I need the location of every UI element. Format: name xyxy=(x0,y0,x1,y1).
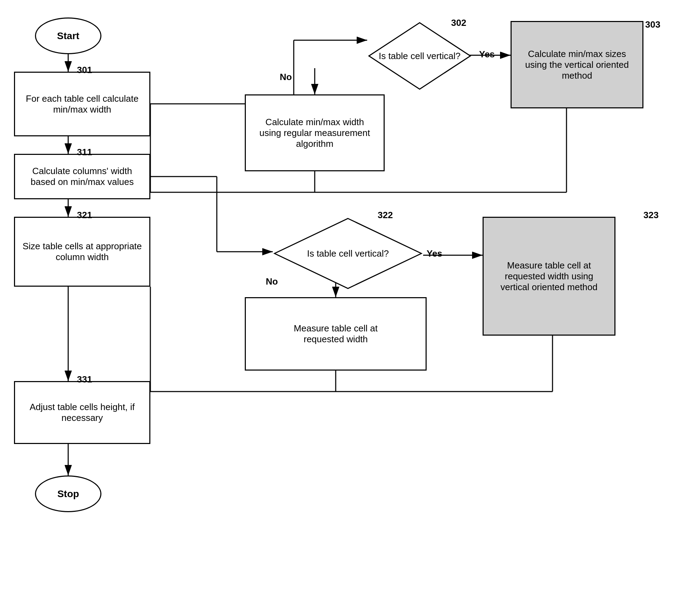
num323: 323 xyxy=(643,210,658,221)
box-regular: Calculate min/max width using regular me… xyxy=(245,94,385,171)
box301-label: For each table cell calculate min/max wi… xyxy=(26,93,138,115)
no-label-302: No xyxy=(280,72,292,83)
box-regular-label: Calculate min/max width using regular me… xyxy=(259,117,370,149)
box303: Calculate min/max sizes using the vertic… xyxy=(511,21,643,108)
num321: 321 xyxy=(77,210,92,221)
start-label: Start xyxy=(57,30,79,42)
box321-label: Size table cells at appropriate column w… xyxy=(22,241,142,263)
diamond302: Is table cell vertical? xyxy=(367,21,472,91)
stop-label: Stop xyxy=(57,488,79,500)
num331: 331 xyxy=(77,374,92,385)
box-measure-label: Measure table cell at requested width xyxy=(294,323,378,345)
flowchart: Start For each table cell calculate min/… xyxy=(0,0,677,616)
start-oval: Start xyxy=(35,17,101,54)
box303-label: Calculate min/max sizes using the vertic… xyxy=(525,49,629,81)
num311: 311 xyxy=(77,147,92,158)
box-measure: Measure table cell at requested width xyxy=(245,297,427,371)
yes-label-322: Yes xyxy=(427,248,442,259)
num302: 302 xyxy=(451,17,466,28)
box301: For each table cell calculate min/max wi… xyxy=(14,72,150,136)
no-label-322: No xyxy=(266,276,278,287)
diamond322-label: Is table cell vertical? xyxy=(307,248,389,259)
box321: Size table cells at appropriate column w… xyxy=(14,217,150,287)
num301: 301 xyxy=(77,65,92,76)
stop-oval: Stop xyxy=(35,475,101,512)
diamond322: Is table cell vertical? xyxy=(273,217,423,290)
box323: Measure table cell at requested width us… xyxy=(483,217,615,336)
box331: Adjust table cells height, if necessary xyxy=(14,381,150,444)
num303: 303 xyxy=(645,19,660,30)
box311: Calculate columns' width based on min/ma… xyxy=(14,154,150,199)
box331-label: Adjust table cells height, if necessary xyxy=(30,402,135,423)
num322: 322 xyxy=(378,210,393,221)
box323-label: Measure table cell at requested width us… xyxy=(500,260,597,293)
box311-label: Calculate columns' width based on min/ma… xyxy=(31,166,134,187)
yes-label-302: Yes xyxy=(479,49,495,60)
diamond302-label: Is table cell vertical? xyxy=(379,51,461,62)
